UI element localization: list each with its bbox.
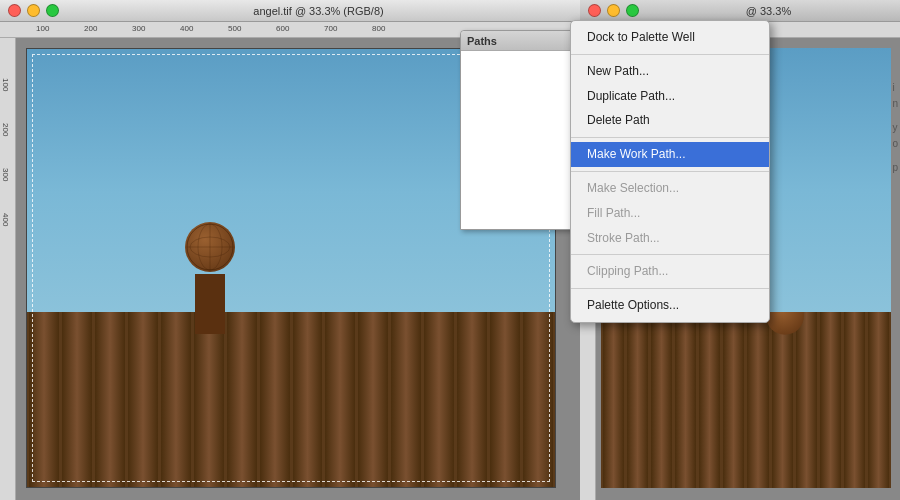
ruler-mark-200: 200 — [84, 24, 97, 33]
bg-fence-slat — [675, 312, 696, 488]
title-bar: angel.tif @ 33.3% (RGB/8) — [0, 0, 580, 22]
fence-slat — [325, 312, 355, 487]
menu-item-duplicate-path[interactable]: Duplicate Path... — [571, 84, 769, 109]
ruler-mark-400: 400 — [180, 24, 193, 33]
fence-slat — [62, 312, 92, 487]
bg-orb-figure — [766, 312, 804, 335]
structure — [27, 312, 555, 487]
menu-item-fill-path: Fill Path... — [571, 201, 769, 226]
close-button[interactable] — [8, 4, 21, 17]
ruler-mark-500: 500 — [228, 24, 241, 33]
bg-window-title: @ 33.3% — [645, 5, 892, 17]
fence-slat — [424, 312, 454, 487]
bg-minimize-button[interactable] — [607, 4, 620, 17]
fence-slat — [95, 312, 125, 487]
bg-fence-slat — [723, 312, 744, 488]
bg-fence-slat — [699, 312, 720, 488]
ruler-vertical: 100 200 300 400 — [0, 38, 16, 500]
menu-separator-2 — [571, 137, 769, 138]
menu-item-dock[interactable]: Dock to Palette Well — [571, 25, 769, 50]
v-ruler-label-200: 200 — [1, 123, 10, 136]
orb-details-svg — [185, 222, 235, 272]
orb-head — [185, 222, 235, 272]
ruler-mark-600: 600 — [276, 24, 289, 33]
bg-fence-slat — [747, 312, 768, 488]
v-ruler-label-400: 400 — [1, 213, 10, 226]
fence-slat — [293, 312, 323, 487]
ruler-mark-300: 300 — [132, 24, 145, 33]
fence-slat — [490, 312, 520, 487]
paths-panel-label: Paths — [467, 35, 497, 47]
fence-slat — [358, 312, 388, 487]
bg-orb-head — [766, 312, 804, 335]
menu-item-make-work-path[interactable]: Make Work Path... — [571, 142, 769, 167]
bg-fence-slat — [603, 312, 624, 488]
minimize-button[interactable] — [27, 4, 40, 17]
v-ruler-label-100: 100 — [1, 78, 10, 91]
fence-slat — [523, 312, 553, 487]
fence-slats — [27, 312, 555, 487]
ruler-mark-100: 100 — [36, 24, 49, 33]
context-menu: Dock to Palette Well New Path... Duplica… — [570, 20, 770, 323]
fence-slat — [161, 312, 191, 487]
orb-body — [195, 274, 225, 334]
v-ruler-label-300: 300 — [1, 168, 10, 181]
bg-close-button[interactable] — [588, 4, 601, 17]
bg-fence-slat — [627, 312, 648, 488]
fence-slat — [128, 312, 158, 487]
bg-fence — [601, 312, 891, 488]
menu-separator-1 — [571, 54, 769, 55]
bg-title-bar: @ 33.3% — [580, 0, 900, 22]
window-title: angel.tif @ 33.3% (RGB/8) — [65, 5, 572, 17]
bg-fence-slat — [868, 312, 889, 488]
menu-item-palette-options[interactable]: Palette Options... — [571, 293, 769, 318]
fence-slat — [391, 312, 421, 487]
menu-item-clipping-path: Clipping Path... — [571, 259, 769, 284]
bg-fence-slat — [820, 312, 841, 488]
menu-item-delete-path[interactable]: Delete Path — [571, 108, 769, 133]
maximize-button[interactable] — [46, 4, 59, 17]
menu-separator-3 — [571, 171, 769, 172]
fence-slat — [260, 312, 290, 487]
ruler-mark-700: 700 — [324, 24, 337, 33]
orb-figure — [185, 222, 235, 334]
bg-fence-slat — [651, 312, 672, 488]
bg-maximize-button[interactable] — [626, 4, 639, 17]
menu-separator-4 — [571, 254, 769, 255]
bg-fence-slat — [772, 312, 793, 488]
menu-item-stroke-path: Stroke Path... — [571, 226, 769, 251]
fence-slat — [227, 312, 257, 487]
bg-fence-slat — [796, 312, 817, 488]
menu-item-make-selection: Make Selection... — [571, 176, 769, 201]
bg-fence-slat — [844, 312, 865, 488]
bg-side-text: i n y o p — [892, 80, 898, 176]
bg-structure — [601, 312, 891, 488]
menu-separator-5 — [571, 288, 769, 289]
menu-item-new-path[interactable]: New Path... — [571, 59, 769, 84]
fence-slat — [29, 312, 59, 487]
fence-slat — [194, 312, 224, 487]
fence-slat — [457, 312, 487, 487]
ruler-mark-800: 800 — [372, 24, 385, 33]
